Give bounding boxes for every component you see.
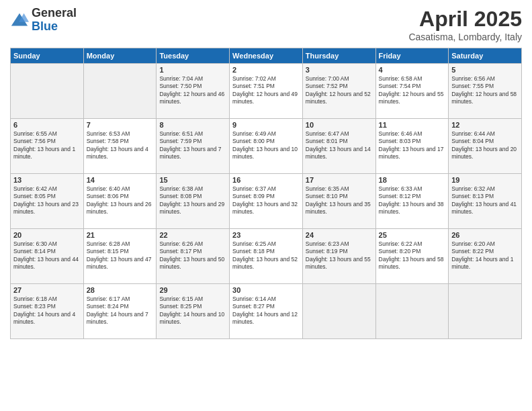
col-thursday: Thursday [302,48,375,64]
day-info: Sunrise: 7:00 AM Sunset: 7:52 PM Dayligh… [306,75,373,106]
table-row: 10Sunrise: 6:47 AM Sunset: 8:01 PM Dayli… [302,119,375,174]
day-number: 17 [306,176,373,184]
day-info: Sunrise: 6:25 AM Sunset: 8:18 PM Dayligh… [232,240,300,271]
day-number: 11 [379,121,446,129]
calendar-week-row: 27Sunrise: 6:18 AM Sunset: 8:23 PM Dayli… [11,284,522,339]
day-info: Sunrise: 7:02 AM Sunset: 7:51 PM Dayligh… [232,75,300,106]
table-row: 11Sunrise: 6:46 AM Sunset: 8:03 PM Dayli… [375,119,449,174]
table-row: 8Sunrise: 6:51 AM Sunset: 7:59 PM Daylig… [157,119,230,174]
day-info: Sunrise: 6:51 AM Sunset: 7:59 PM Dayligh… [159,130,226,161]
day-number: 12 [451,121,519,129]
calendar-header-row: Sunday Monday Tuesday Wednesday Thursday… [11,48,522,64]
day-info: Sunrise: 6:49 AM Sunset: 8:00 PM Dayligh… [232,130,300,161]
table-row: 15Sunrise: 6:38 AM Sunset: 8:08 PM Dayli… [157,174,230,229]
table-row [302,284,375,339]
table-row: 9Sunrise: 6:49 AM Sunset: 8:00 PM Daylig… [230,119,303,174]
logo-blue-text: Blue [32,19,58,33]
day-number: 29 [159,286,226,294]
day-info: Sunrise: 6:23 AM Sunset: 8:19 PM Dayligh… [306,240,373,271]
table-row: 26Sunrise: 6:20 AM Sunset: 8:22 PM Dayli… [449,229,522,284]
table-row: 1Sunrise: 7:04 AM Sunset: 7:50 PM Daylig… [157,64,230,119]
day-info: Sunrise: 6:46 AM Sunset: 8:03 PM Dayligh… [379,130,446,161]
table-row: 23Sunrise: 6:25 AM Sunset: 8:18 PM Dayli… [230,229,303,284]
day-number: 27 [13,286,81,294]
day-number: 15 [159,176,226,184]
day-info: Sunrise: 6:14 AM Sunset: 8:27 PM Dayligh… [232,295,300,326]
table-row: 24Sunrise: 6:23 AM Sunset: 8:19 PM Dayli… [302,229,375,284]
day-info: Sunrise: 6:18 AM Sunset: 8:23 PM Dayligh… [13,295,81,326]
table-row: 30Sunrise: 6:14 AM Sunset: 8:27 PM Dayli… [230,284,303,339]
table-row: 20Sunrise: 6:30 AM Sunset: 8:14 PM Dayli… [11,229,84,284]
day-number: 16 [232,176,300,184]
table-row: 27Sunrise: 6:18 AM Sunset: 8:23 PM Dayli… [11,284,84,339]
col-tuesday: Tuesday [157,48,230,64]
table-row: 14Sunrise: 6:40 AM Sunset: 8:06 PM Dayli… [83,174,157,229]
day-info: Sunrise: 6:38 AM Sunset: 8:08 PM Dayligh… [159,185,226,216]
title-block: April 2025 Casatisma, Lombardy, Italy [408,7,522,42]
day-number: 5 [451,66,519,74]
day-number: 7 [87,121,154,129]
table-row: 17Sunrise: 6:35 AM Sunset: 8:10 PM Dayli… [302,174,375,229]
day-info: Sunrise: 6:28 AM Sunset: 8:15 PM Dayligh… [87,240,154,271]
day-number: 25 [379,231,446,239]
day-info: Sunrise: 6:30 AM Sunset: 8:14 PM Dayligh… [13,240,81,271]
day-info: Sunrise: 6:35 AM Sunset: 8:10 PM Dayligh… [306,185,373,216]
day-number: 9 [232,121,300,129]
col-sunday: Sunday [11,48,84,64]
logo-general-text: General [32,6,77,19]
day-info: Sunrise: 6:22 AM Sunset: 8:20 PM Dayligh… [379,240,446,271]
day-info: Sunrise: 6:37 AM Sunset: 8:09 PM Dayligh… [232,185,300,216]
table-row [83,64,157,119]
table-row [375,284,449,339]
table-row: 4Sunrise: 6:58 AM Sunset: 7:54 PM Daylig… [375,64,449,119]
day-number: 22 [159,231,226,239]
col-saturday: Saturday [449,48,522,64]
table-row [449,284,522,339]
table-row: 12Sunrise: 6:44 AM Sunset: 8:04 PM Dayli… [449,119,522,174]
table-row: 5Sunrise: 6:56 AM Sunset: 7:55 PM Daylig… [449,64,522,119]
table-row: 18Sunrise: 6:33 AM Sunset: 8:12 PM Dayli… [375,174,449,229]
day-number: 30 [232,286,300,294]
table-row: 16Sunrise: 6:37 AM Sunset: 8:09 PM Dayli… [230,174,303,229]
day-info: Sunrise: 6:40 AM Sunset: 8:06 PM Dayligh… [87,185,154,216]
calendar-week-row: 1Sunrise: 7:04 AM Sunset: 7:50 PM Daylig… [11,64,522,119]
day-number: 3 [306,66,373,74]
table-row: 2Sunrise: 7:02 AM Sunset: 7:51 PM Daylig… [230,64,303,119]
day-number: 28 [87,286,154,294]
day-info: Sunrise: 6:15 AM Sunset: 8:25 PM Dayligh… [159,295,226,326]
day-number: 4 [379,66,446,74]
header: General Blue April 2025 Casatisma, Lomba… [10,7,522,42]
day-number: 2 [232,66,300,74]
day-number: 14 [87,176,154,184]
day-number: 19 [451,176,519,184]
logo-text: General Blue [32,7,77,34]
day-number: 26 [451,231,519,239]
calendar-week-row: 20Sunrise: 6:30 AM Sunset: 8:14 PM Dayli… [11,229,522,284]
page: General Blue April 2025 Casatisma, Lomba… [0,0,532,411]
table-row: 19Sunrise: 6:32 AM Sunset: 8:13 PM Dayli… [449,174,522,229]
col-monday: Monday [83,48,157,64]
table-row: 29Sunrise: 6:15 AM Sunset: 8:25 PM Dayli… [157,284,230,339]
table-row: 21Sunrise: 6:28 AM Sunset: 8:15 PM Dayli… [83,229,157,284]
calendar-week-row: 6Sunrise: 6:55 AM Sunset: 7:56 PM Daylig… [11,119,522,174]
day-number: 18 [379,176,446,184]
day-info: Sunrise: 6:26 AM Sunset: 8:17 PM Dayligh… [159,240,226,271]
day-number: 1 [159,66,226,74]
day-number: 20 [13,231,81,239]
day-info: Sunrise: 6:56 AM Sunset: 7:55 PM Dayligh… [451,75,519,106]
day-info: Sunrise: 6:55 AM Sunset: 7:56 PM Dayligh… [13,130,81,161]
day-number: 13 [13,176,81,184]
day-number: 10 [306,121,373,129]
day-info: Sunrise: 6:33 AM Sunset: 8:12 PM Dayligh… [379,185,446,216]
day-info: Sunrise: 6:58 AM Sunset: 7:54 PM Dayligh… [379,75,446,106]
day-info: Sunrise: 7:04 AM Sunset: 7:50 PM Dayligh… [159,75,226,106]
table-row: 22Sunrise: 6:26 AM Sunset: 8:17 PM Dayli… [157,229,230,284]
col-wednesday: Wednesday [230,48,303,64]
day-number: 24 [306,231,373,239]
table-row: 28Sunrise: 6:17 AM Sunset: 8:24 PM Dayli… [83,284,157,339]
day-info: Sunrise: 6:32 AM Sunset: 8:13 PM Dayligh… [451,185,519,216]
col-friday: Friday [375,48,449,64]
logo: General Blue [10,7,77,34]
day-info: Sunrise: 6:20 AM Sunset: 8:22 PM Dayligh… [451,240,519,271]
table-row: 6Sunrise: 6:55 AM Sunset: 7:56 PM Daylig… [11,119,84,174]
